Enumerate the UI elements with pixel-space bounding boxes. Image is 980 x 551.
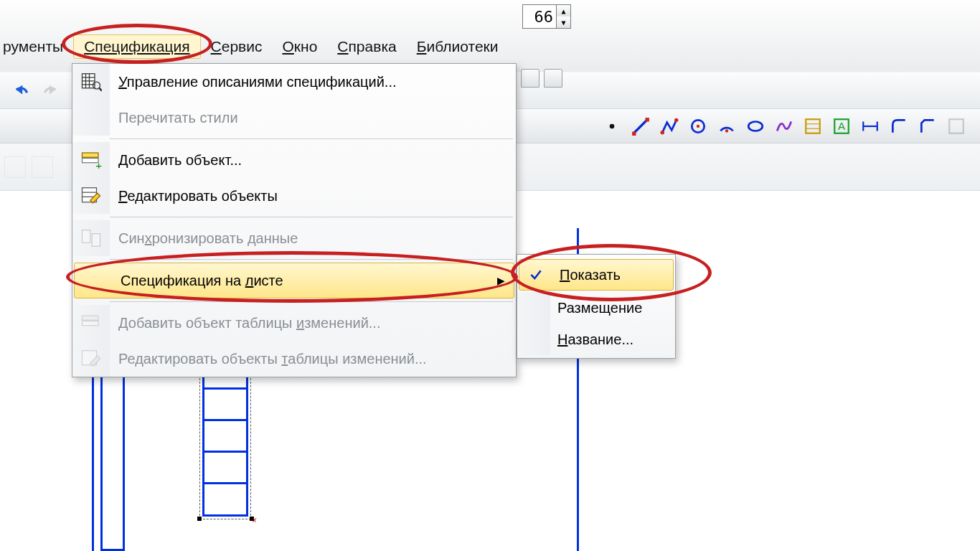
edit-change-icon [80,348,102,369]
arc-tool-icon[interactable] [717,117,736,136]
grid-icon [80,71,102,93]
drawing-part-strip [100,366,125,551]
menu-separator-4 [110,301,513,302]
svg-point-0 [610,124,615,129]
menu-sync-data: Синхронизировать данные [72,220,516,256]
svg-point-9 [748,122,763,131]
selection-box [199,353,251,519]
menu-item-help[interactable]: Справка [327,35,406,58]
menubar: рументы Спецификация Сервис Окно Справка… [0,29,980,65]
ghost-button-2 [32,156,53,178]
svg-text:A: A [838,120,846,132]
sync-icon [80,227,102,249]
submenu-placement[interactable]: Размещение [517,292,675,324]
menu-add-object[interactable]: + Добавить объект... [72,142,516,178]
menu-item-tools-partial[interactable]: рументы [0,35,73,58]
point-tool-icon[interactable] [603,117,621,136]
svg-rect-18 [949,119,963,133]
svg-point-5 [674,118,678,122]
fillet-tool-icon[interactable] [890,117,908,136]
spec-on-sheet-submenu: Показать Размещение Название... [517,254,676,359]
svg-rect-22 [83,153,99,157]
submenu-arrow-icon: ▶ [497,275,505,286]
menu-item-window[interactable]: Окно [273,35,328,58]
menu-spec-on-sheet[interactable]: Спецификация на листе ▶ [74,263,514,298]
circle-tool-icon[interactable] [689,117,707,136]
svg-point-7 [697,125,699,128]
menu-separator-3 [110,259,513,260]
drawing-frame-left [92,366,94,551]
dimension-tool-icon[interactable] [861,117,880,136]
svg-point-8 [725,129,728,132]
polyline-tool-icon[interactable] [660,117,679,136]
svg-rect-29 [83,321,99,326]
handle[interactable] [197,517,202,521]
svg-rect-28 [83,316,99,320]
svg-rect-26 [83,230,90,243]
chamfer-tool-icon[interactable] [918,117,937,136]
specification-dropdown: Управление описаниями спецификаций... Пе… [72,63,517,377]
svg-rect-27 [92,234,100,247]
add-row-icon: + [80,149,102,171]
numeric-stepper[interactable]: ▲ ▼ [522,4,571,29]
undo-button[interactable] [9,78,33,103]
ghost-button-1 [4,156,26,178]
menu-edit-objects[interactable]: Редактировать объекты [72,178,516,214]
menu-item-libraries[interactable]: Библиотеки [407,35,509,58]
menu-item-service[interactable]: Сервис [201,35,273,58]
tab-stub-2[interactable] [544,69,562,88]
submenu-show[interactable]: Показать [519,259,674,291]
menu-manage-descriptions[interactable]: Управление описаниями спецификаций... [72,64,516,100]
numeric-input[interactable] [523,6,556,27]
drawing-annotation: x [253,515,257,524]
check-icon [529,268,543,282]
menu-add-change-table-object: Добавить объект таблицы изменений... [72,305,516,341]
add-change-icon [80,312,102,334]
ellipse-tool-icon[interactable] [746,117,765,136]
redo-button[interactable] [39,78,63,103]
menu-reread-styles: Перечитать стили [72,100,516,136]
submenu-name[interactable]: Название... [517,324,675,355]
menu-edit-change-table-objects: Редактировать объекты таблицы изменений.… [72,341,516,377]
svg-rect-3 [646,118,649,121]
svg-rect-2 [632,132,636,136]
menu-item-specification[interactable]: Спецификация [73,34,200,59]
spline-tool-icon[interactable] [775,117,793,136]
svg-rect-10 [806,119,820,133]
svg-point-4 [661,131,664,134]
toolbar-row-3-left [0,143,72,191]
menu-separator-2 [110,217,513,217]
line-tool-icon[interactable] [631,117,650,136]
misc-tool-icon[interactable] [947,117,966,136]
svg-line-21 [99,88,102,91]
hatch-tool-icon[interactable] [804,117,822,136]
menu-separator-1 [110,138,513,139]
toolbar-row-3-right [514,143,980,191]
tab-stub-1[interactable] [521,69,540,88]
spin-down[interactable]: ▼ [556,17,570,28]
svg-text:+: + [95,159,102,171]
spin-up[interactable]: ▲ [556,5,570,17]
drawing-tool-strip: A [603,109,966,143]
text-tool-icon[interactable]: A [832,117,851,136]
edit-table-icon [80,185,102,207]
